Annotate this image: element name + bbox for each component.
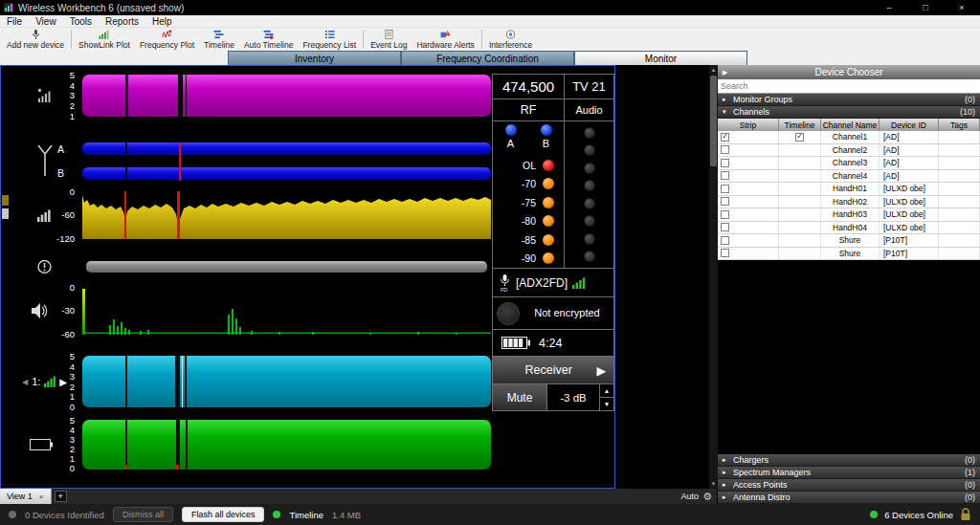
receiver-arrow-icon: ▶ [596, 363, 606, 378]
showlink-plot-button[interactable]: ShowLink Plot [74, 29, 135, 51]
antenna-strip-row: A B [1, 142, 491, 181]
toolbar: Add new device ShowLink Plot Frequency P… [0, 28, 980, 51]
audio-history-plot[interactable] [82, 287, 491, 335]
menu-help[interactable]: Help [145, 16, 179, 27]
add-view-button[interactable]: + [55, 491, 67, 502]
menu-tools[interactable]: Tools [63, 16, 99, 27]
transmitter-row: FD [ADX2FD] [492, 268, 614, 297]
search-bar [718, 79, 980, 94]
antenna-a-meter-label: A [507, 138, 514, 149]
toolbar-separator [363, 30, 364, 49]
audio-led [584, 233, 595, 245]
flash-all-devices-button[interactable]: Flash all devices [182, 507, 265, 522]
antenna-a-led [505, 124, 517, 136]
group-spectrum-managers[interactable]: ▸ Spectrum Managers (1) [718, 467, 980, 479]
device-chooser-title: Device Chooser [814, 67, 882, 77]
strip-checkbox[interactable] [721, 133, 729, 142]
quality-icon [37, 88, 51, 103]
strip-checkbox[interactable] [721, 236, 729, 245]
mute-button[interactable]: Mute [493, 384, 547, 410]
table-row[interactable]: Channel3 [AD] [718, 157, 980, 170]
event-log-button[interactable]: Event Log [366, 29, 412, 51]
lock-icon[interactable] [960, 508, 971, 521]
battery-level-icon [501, 337, 530, 349]
scroll-down-arrow[interactable]: ▼ [709, 479, 718, 489]
table-row[interactable]: Channel1 [AD] [718, 131, 980, 144]
view-tab[interactable]: View 1 × [0, 489, 52, 504]
menu-view[interactable]: View [29, 16, 63, 27]
receiver-button[interactable]: Receiver ▶ [492, 356, 614, 384]
frequency-display[interactable]: 474,500 [493, 75, 565, 98]
microphone-icon [31, 30, 41, 39]
table-row[interactable]: HandH04 [ULXD obe] [718, 222, 980, 235]
interference-meter[interactable] [82, 261, 491, 273]
title-bar: Wireless Workbench 6 (unsaved show) – □ … [0, 0, 980, 15]
strip-checkbox[interactable] [721, 145, 729, 154]
frequency-plot-button[interactable]: Frequency Plot [135, 29, 199, 51]
channel-strip[interactable]: 5 4 3 2 1 A B [0, 65, 615, 489]
table-row[interactable]: HandH01 [ULXD obe] [718, 183, 980, 196]
monitor-scrollbar[interactable]: ▲ ▼ [709, 65, 718, 489]
table-row[interactable]: Channel4 [AD] [718, 170, 980, 184]
device-chooser-header[interactable]: ▶ Device Chooser [718, 65, 980, 79]
antenna-icon [37, 144, 53, 179]
rf-level-led [543, 234, 554, 246]
add-new-device-button[interactable]: Add new device [2, 29, 69, 51]
prev-strip-button[interactable]: ◀ [22, 378, 28, 386]
minimize-button[interactable]: – [871, 0, 907, 15]
antenna-meter[interactable] [82, 142, 491, 181]
hardware-alerts-button[interactable]: Hardware Alerts [412, 29, 479, 51]
table-row[interactable]: HandH03 [ULXD obe] [718, 208, 980, 222]
interference-button[interactable]: Interference [484, 29, 537, 51]
level-axis: ◀ 1: ▶ 5 4 3 2 1 0 [1, 356, 82, 407]
table-row[interactable]: Shure [P10T] [718, 248, 980, 261]
maximize-button[interactable]: □ [907, 0, 944, 15]
strip-checkbox[interactable] [721, 210, 729, 219]
table-row[interactable]: HandH02 [ULXD obe] [718, 196, 980, 209]
tab-monitor[interactable]: Monitor [574, 51, 747, 65]
strip-checkbox[interactable] [721, 159, 729, 167]
menu-reports[interactable]: Reports [99, 16, 145, 27]
gear-icon[interactable]: ⚙ [702, 491, 712, 503]
group-monitor-groups[interactable]: ▸ Monitor Groups (0) [718, 94, 980, 106]
devices-online-label: 6 Devices Online [884, 510, 953, 520]
close-view-icon[interactable]: × [39, 492, 44, 501]
rf-level-led [543, 252, 554, 264]
scrollbar-thumb[interactable] [710, 76, 717, 166]
frequency-list-icon [324, 30, 335, 39]
audio-led [584, 251, 595, 262]
gain-up-button[interactable]: ▲ [600, 384, 613, 398]
strip-checkbox[interactable] [721, 185, 729, 193]
search-input[interactable] [721, 81, 977, 91]
frequency-list-button[interactable]: Frequency List [298, 29, 361, 51]
tab-inventory[interactable]: Inventory [228, 51, 401, 65]
auto-timeline-button[interactable]: Auto Timeline [239, 29, 299, 51]
strip-checkbox[interactable] [721, 249, 729, 257]
gain-down-button[interactable]: ▼ [600, 398, 613, 410]
strip-checkbox[interactable] [721, 197, 729, 206]
interference-row [1, 261, 491, 273]
battery-meter[interactable] [82, 420, 491, 470]
menu-file[interactable]: File [0, 16, 29, 27]
table-row[interactable]: Channel2 [AD] [718, 144, 980, 158]
group-access-points[interactable]: ▸ Access Points (0) [718, 479, 980, 492]
scroll-up-arrow[interactable]: ▲ [709, 65, 718, 75]
auto-label[interactable]: Auto [681, 492, 700, 501]
quality-meter[interactable] [82, 75, 491, 117]
close-button[interactable]: × [944, 0, 980, 15]
group-channels[interactable]: ▾ Channels (10) [718, 106, 980, 119]
strip-checkbox[interactable] [721, 223, 729, 231]
group-antenna-distro[interactable]: ▸ Antenna Distro (0) [718, 492, 980, 504]
timeline-status-dot [273, 511, 280, 518]
next-strip-button[interactable]: ▶ [59, 377, 67, 387]
level-meter[interactable] [82, 356, 491, 407]
rf-history-plot[interactable] [82, 191, 491, 239]
timeline-checkbox[interactable] [795, 133, 804, 142]
group-chargers[interactable]: ▸ Chargers (0) [718, 454, 980, 467]
strip-checkbox[interactable] [721, 171, 729, 180]
collapse-panel-icon[interactable]: ▶ [723, 69, 727, 77]
tab-frequency-coordination[interactable]: Frequency Coordination [401, 51, 574, 65]
timeline-button[interactable]: Timeline [199, 29, 239, 51]
dismiss-all-button[interactable]: Dismiss all [113, 507, 173, 522]
table-row[interactable]: Shure [P10T] [718, 234, 980, 248]
